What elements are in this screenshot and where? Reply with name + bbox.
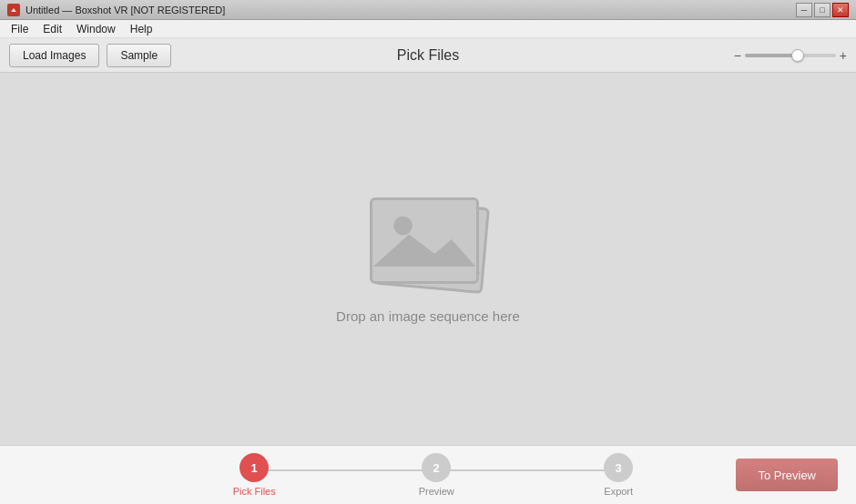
- svg-point-5: [393, 217, 413, 236]
- menu-bar: File Edit Window Help: [0, 20, 856, 38]
- maximize-button[interactable]: □: [814, 3, 831, 17]
- zoom-slider[interactable]: [745, 54, 836, 57]
- load-images-button[interactable]: Load Images: [9, 44, 99, 67]
- step-preview: 2 Preview: [345, 453, 527, 497]
- bottom-bar: 1 Pick Files 2 Preview 3 Export To Previ…: [0, 445, 856, 504]
- main-content: Drop an image sequence here: [0, 73, 856, 445]
- menu-window[interactable]: Window: [69, 21, 123, 37]
- title-bar: Untitled — Boxshot VR [NOT REGISTERED] ─…: [0, 0, 856, 20]
- menu-edit[interactable]: Edit: [36, 21, 69, 37]
- title-bar-left: Untitled — Boxshot VR [NOT REGISTERED]: [7, 4, 225, 16]
- zoom-out-icon[interactable]: −: [734, 48, 741, 63]
- step-2-circle: 2: [422, 453, 451, 482]
- step-1-circle: 1: [239, 453, 269, 482]
- steps: 1 Pick Files 2 Preview 3 Export: [163, 453, 709, 497]
- step-1-label: Pick Files: [233, 486, 276, 497]
- step-pick-files: 1 Pick Files: [163, 453, 345, 497]
- step-3-circle: 3: [604, 453, 633, 482]
- step-3-label: Export: [604, 486, 633, 497]
- step-export: 3 Export: [527, 453, 709, 497]
- to-preview-button[interactable]: To Preview: [736, 459, 838, 491]
- zoom-in-icon[interactable]: +: [840, 48, 847, 63]
- menu-help[interactable]: Help: [123, 21, 160, 37]
- title-bar-controls: ─ □ ✕: [796, 3, 849, 17]
- image-placeholder: [364, 194, 492, 294]
- step-2-label: Preview: [419, 486, 454, 497]
- close-button[interactable]: ✕: [832, 3, 849, 17]
- sample-button[interactable]: Sample: [107, 44, 171, 67]
- steps-container: 1 Pick Files 2 Preview 3 Export: [137, 453, 736, 497]
- toolbar: Load Images Sample Pick Files − +: [0, 38, 856, 73]
- drop-text: Drop an image sequence here: [336, 308, 520, 324]
- menu-file[interactable]: File: [4, 21, 36, 37]
- minimize-button[interactable]: ─: [796, 3, 812, 17]
- window-title: Untitled — Boxshot VR [NOT REGISTERED]: [25, 5, 225, 15]
- toolbar-title: Pick Files: [397, 47, 459, 64]
- zoom-controls: − +: [734, 48, 847, 63]
- image-card-front: [370, 197, 479, 284]
- svg-rect-4: [373, 200, 475, 281]
- app-icon: [7, 4, 20, 16]
- drop-zone: Drop an image sequence here: [336, 194, 520, 324]
